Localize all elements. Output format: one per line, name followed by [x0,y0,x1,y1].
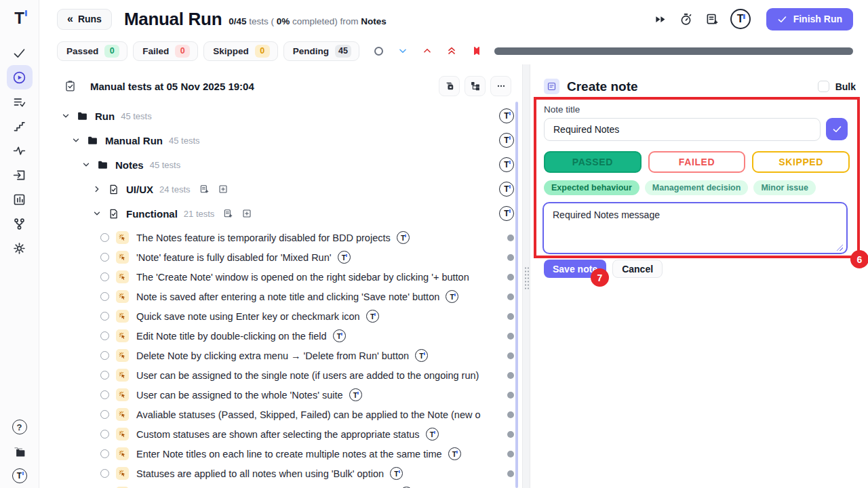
testomat-badge-icon[interactable]: T [426,428,439,441]
back-to-runs-button[interactable]: « Runs [57,9,112,30]
testomat-badge-icon[interactable]: T [446,290,458,303]
test-status-radio[interactable] [100,253,109,262]
test-row[interactable]: The 'Convert to test' button is shown af… [39,483,522,488]
test-status-radio[interactable] [100,331,109,340]
testomat-badge-icon[interactable]: T [499,133,514,148]
status-filter-chip[interactable]: Failed0 [133,41,198,61]
assignee-dot[interactable] [507,392,514,399]
test-row[interactable]: The 'Create Note' window is opened on th… [39,267,522,287]
double-chevron-up-icon[interactable] [447,46,456,56]
folder-row-run[interactable]: Run 45 tests T [39,104,522,128]
assignee-dot[interactable] [507,274,514,281]
test-row[interactable]: The Notes feature is temporarily disable… [39,228,522,247]
testomat-badge-icon[interactable]: T [415,349,428,362]
copy-icon[interactable] [439,76,460,96]
bulk-checkbox[interactable] [818,81,829,92]
testomat-logo-icon[interactable]: T [14,0,24,37]
test-status-radio[interactable] [100,430,109,439]
pulse-nav-icon[interactable] [7,138,33,163]
assignee-dot[interactable] [507,470,514,477]
finish-run-button[interactable]: Finish Run [766,8,853,30]
branch-nav-icon[interactable] [7,211,33,236]
note-message-textarea[interactable]: Required Notes message [542,202,848,254]
status-button[interactable]: SKIPPED [752,151,850,173]
testomat-badge-icon[interactable]: T [366,310,379,323]
test-row[interactable]: Note is saved after entering a note titl… [39,287,522,306]
testomat-badge-icon[interactable]: T [338,251,351,264]
test-status-radio[interactable] [100,233,109,242]
status-filter-chip[interactable]: Passed0 [57,41,127,61]
note-title-input[interactable] [544,118,821,141]
status-circle-icon[interactable] [374,47,383,56]
chevron-right-icon[interactable] [92,184,102,194]
test-row[interactable]: Edit Note title by double-clicking on th… [39,326,522,346]
chevron-down-icon[interactable] [81,160,91,169]
test-status-radio[interactable] [100,390,109,399]
fast-forward-icon[interactable] [653,12,667,26]
tests-nav-check-icon[interactable] [7,41,33,65]
test-row[interactable]: 'Note' feature is fully disabled for 'Mi… [39,247,522,267]
chevron-down-icon[interactable] [61,111,71,121]
assignee-dot[interactable] [507,254,514,261]
testomat-badge-icon[interactable]: T [499,182,514,197]
note-tag[interactable]: Minor issue [753,180,815,195]
status-button[interactable]: FAILED [648,151,746,173]
note-add-icon[interactable] [705,12,719,26]
assignee-dot[interactable] [507,293,514,300]
avatar[interactable]: T [730,9,751,29]
test-row[interactable]: Quick save note using Enter key or check… [39,306,522,326]
stopwatch-icon[interactable] [679,12,693,26]
testomat-badge-icon[interactable]: T [448,447,461,460]
note-add-icon[interactable] [222,208,233,219]
test-row[interactable]: Custom statuses are shown after selectin… [39,424,522,444]
chevron-down-icon[interactable] [92,209,102,218]
assignee-dot[interactable] [507,313,514,320]
runs-nav-play-circle-icon[interactable] [7,65,33,89]
bar-chart-nav-icon[interactable] [7,187,33,211]
tree-structure-icon[interactable] [465,76,486,96]
assignee-dot[interactable] [507,451,514,458]
cancel-button[interactable]: Cancel [612,260,663,278]
testomat-badge-icon[interactable]: T [499,108,514,123]
assignee-dot[interactable] [507,235,514,241]
test-status-radio[interactable] [100,312,109,321]
quick-save-check-button[interactable] [826,118,848,140]
steps-nav-icon[interactable] [7,114,33,138]
test-row[interactable]: Delete Note by clicking extra menu → 'De… [39,346,522,365]
note-tag[interactable]: Expected behaviour [544,180,639,195]
test-row[interactable]: User can be assigned to the whole 'Notes… [39,385,522,405]
test-row[interactable]: Avaliable statuses (Passed, Skipped, Fai… [39,405,522,424]
plus-square-icon[interactable] [218,184,229,195]
chevron-down-icon[interactable] [398,46,408,56]
plus-square-icon[interactable] [241,208,252,219]
testomat-badge-icon[interactable]: T [499,206,514,221]
folder-row-manual-run[interactable]: Manual Run 45 tests T [39,128,522,152]
assignee-dot[interactable] [507,333,514,340]
testomat-badge-icon[interactable]: T [333,329,346,342]
resize-handle[interactable] [837,245,843,251]
bulk-label[interactable]: Bulk [835,81,856,92]
plans-nav-list-check-icon[interactable] [7,89,33,114]
note-tag[interactable]: Management decision [645,180,749,195]
test-row[interactable]: Enter Note titles on each line to create… [39,444,522,464]
test-status-radio[interactable] [100,272,109,281]
suite-row-uiux[interactable]: UI/UX 24 tests T [39,177,522,201]
assignee-dot[interactable] [507,431,514,438]
chevron-down-icon[interactable] [71,136,81,145]
status-filter-chip[interactable]: Pending45 [283,41,359,61]
suite-row-functional[interactable]: Functional 21 tests T [39,201,522,226]
testomat-badge-icon[interactable]: T [397,231,410,244]
testomat-badge-icon[interactable]: T [499,157,514,172]
testomat-badge-icon[interactable]: T [349,388,362,401]
panel-divider[interactable] [522,64,530,488]
test-status-radio[interactable] [100,410,109,419]
assignee-dot[interactable] [507,352,514,359]
drag-handle[interactable] [524,266,529,289]
test-status-radio[interactable] [100,292,109,301]
chevron-up-icon[interactable] [422,46,432,56]
folders-icon[interactable] [7,439,33,464]
note-add-icon[interactable] [199,184,210,195]
folder-row-notes[interactable]: Notes 45 tests T [39,152,522,177]
gear-icon[interactable] [7,236,33,260]
more-icon[interactable] [490,76,511,96]
